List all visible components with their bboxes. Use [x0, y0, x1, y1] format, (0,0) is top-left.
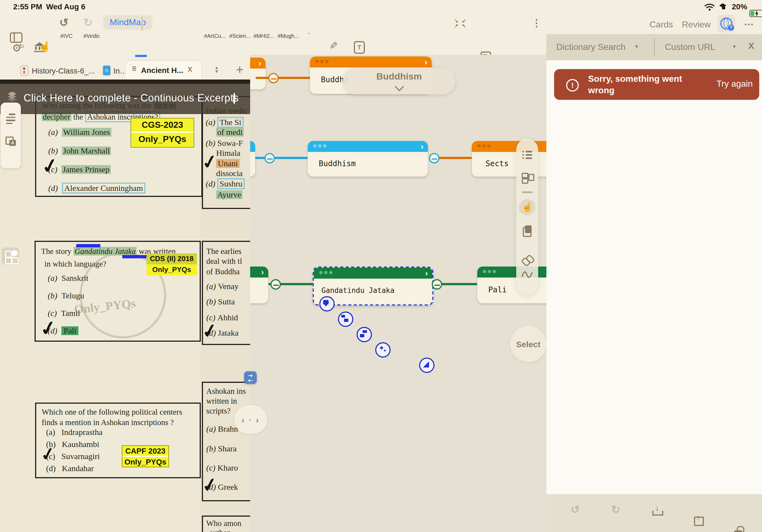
selection-bracket-icon[interactable] — [122, 255, 146, 258]
hand-mode-active-bg[interactable]: ☝ — [519, 199, 535, 215]
resize-handle-button[interactable] — [419, 357, 434, 373]
q1-checkmark: ✓ — [40, 157, 59, 175]
branch-summary-overlay[interactable]: Buddhism — [343, 68, 455, 94]
hand-tool-icon[interactable]: ☝ — [38, 40, 51, 53]
chevron-right-icon[interactable]: › — [425, 267, 428, 279]
unlock-icon[interactable] — [734, 526, 744, 532]
mindmap-canvas[interactable]: › › Buddha Buddhism › Buddhism — [250, 55, 546, 532]
chevron-right-icon[interactable]: › — [421, 141, 423, 152]
status-date: Wed Aug 6 — [46, 2, 85, 11]
selected-tool-underline — [135, 55, 147, 57]
mindmap-node-partial-orange[interactable]: › — [250, 58, 266, 89]
review-button[interactable]: Review — [682, 20, 711, 30]
dictionary-search-dropdown[interactable]: Dictionary Search — [556, 42, 626, 52]
add-tab-icon[interactable]: + — [236, 63, 244, 76]
q1r-row: (a) The Si — [206, 118, 244, 127]
mindmap-mode-button[interactable]: MindMap — [103, 15, 153, 30]
download-icon[interactable]: ↓ — [652, 504, 663, 515]
collapse-connector-icon[interactable] — [268, 73, 279, 83]
q3-line1: Which one of the following political cen… — [42, 407, 194, 417]
excerpt-banner[interactable]: Click Here to complete - Continuous Exce… — [0, 83, 250, 114]
question-box-3[interactable]: Which one of the following political cen… — [35, 403, 201, 478]
ai-sparkle-button[interactable]: ✦ ✦ — [375, 342, 391, 357]
comment-action-button[interactable] — [319, 296, 335, 312]
panel-undo-icon[interactable]: ↺ — [571, 504, 580, 515]
tab-ancient-h-active[interactable]: Ancient H... X — [126, 61, 201, 80]
panel-more-icon[interactable]: … — [744, 17, 754, 28]
collapse-connector-icon[interactable] — [429, 153, 439, 163]
mindmap-node-partial-cyan[interactable] — [250, 141, 255, 177]
collapse-connector-icon[interactable] — [270, 279, 281, 290]
add-sibling-node-button[interactable] — [356, 327, 372, 342]
q3r-row: (a) Brahn — [206, 424, 238, 434]
outline-list-icon[interactable] — [522, 151, 532, 159]
caret-down-icon[interactable]: ▼ — [732, 44, 737, 49]
custom-url-dropdown[interactable]: Custom URL — [665, 42, 715, 52]
quick-grid-icon[interactable] — [2, 247, 19, 265]
card-layout-icon[interactable] — [522, 173, 533, 183]
share-icon[interactable]: ↑ — [693, 515, 703, 526]
pencil-tool-icon[interactable]: ✎ — [329, 39, 338, 52]
node-label: Pali — [488, 285, 507, 294]
chevron-right-icon[interactable]: › — [259, 58, 261, 69]
document-pane[interactable]: Who among the following was the first to… — [0, 80, 250, 532]
scribble-icon[interactable] — [521, 269, 533, 282]
excerpt-banner-text: Click Here to complete - Continuous Exce… — [24, 92, 239, 104]
q2r-row: (a) Venay — [206, 282, 239, 291]
q1-option-a: (a) William Jones — [48, 128, 111, 137]
text-tool-icon[interactable]: T — [354, 41, 365, 54]
auto-sync-gear-icon[interactable]: ⚙↻ — [12, 42, 27, 54]
mindmap-node-partial-green[interactable]: › — [250, 266, 268, 303]
undo-button[interactable]: ↺ — [59, 17, 69, 28]
chevron-right-icon[interactable]: › — [261, 266, 264, 277]
link-icon[interactable] — [522, 255, 533, 266]
node-dots-icon — [477, 144, 491, 148]
tab-label: History-Class-6_... — [32, 66, 95, 75]
copy-icon[interactable] — [525, 225, 532, 233]
cards-button[interactable]: Cards — [649, 20, 673, 30]
q1-option-b: (b) John Marshall — [48, 146, 111, 156]
collapse-connector-icon[interactable] — [265, 153, 275, 163]
tag-vedic[interactable]: #Vedic — [83, 33, 100, 39]
close-panel-icon[interactable]: X — [748, 41, 754, 51]
toolbar-divider — [141, 17, 142, 31]
chevron-down-icon[interactable] — [394, 82, 404, 91]
question-box-3r[interactable]: Ashokan ins written in scripts? (a) Brah… — [202, 382, 251, 501]
add-child-node-button[interactable] — [338, 312, 353, 327]
toc-list-icon[interactable] — [6, 114, 15, 124]
node-header: › — [310, 56, 432, 67]
caret-down-icon[interactable]: ▼ — [634, 44, 639, 49]
tag-apostrophe[interactable]: ' — [308, 32, 309, 38]
pane-resize-handle[interactable]: ‹ · › — [234, 405, 267, 434]
q3-option-a: (a) Indraprastha — [46, 428, 103, 437]
tab-history-class-6[interactable]: History-Class-6_... — [21, 61, 103, 80]
tab-sort-icon[interactable]: ▲ ▼ — [214, 66, 219, 73]
panel-redo-icon[interactable]: ↻ — [611, 504, 621, 515]
question-box-2[interactable]: Only_PYQs The story Gandatindu Jataka wa… — [35, 241, 201, 342]
tag-scien[interactable]: #Scien... — [229, 33, 251, 39]
swap-panes-button[interactable]: ⇢⇠ — [244, 371, 257, 384]
question-box-2r[interactable]: The earlies deal with tl of Buddha (a) V… — [202, 241, 251, 345]
mindmap-node-buddhism[interactable]: › Buddhism — [308, 141, 428, 177]
sidebar-toggle-icon[interactable] — [10, 33, 23, 43]
translate-icon[interactable]: A — [6, 136, 17, 148]
target-icon[interactable] — [233, 93, 235, 104]
redo-button[interactable]: ↻ — [83, 17, 93, 28]
try-again-button[interactable]: Try again — [717, 79, 753, 89]
question-box-4[interactable]: Who amon author — [202, 515, 251, 532]
tab-close-icon[interactable]: X — [188, 65, 192, 73]
chevron-right-icon[interactable]: › — [424, 56, 427, 67]
node-label: Sects — [486, 159, 508, 168]
web-lookup-button[interactable] — [718, 15, 735, 33]
collapse-connector-icon[interactable] — [432, 279, 442, 290]
tag-mugh[interactable]: #Mugh... — [277, 33, 299, 39]
fit-view-icon[interactable]: ↘ ↙ ↗ ↖ — [454, 19, 467, 29]
layers-icon[interactable] — [8, 92, 17, 102]
q2r-row: (b) Sutta — [206, 297, 235, 307]
tag-mhi2[interactable]: #MHI2... — [254, 33, 274, 39]
tag-artcu[interactable]: #ArtCu... — [204, 33, 226, 39]
select-mode-button[interactable]: Select — [510, 326, 546, 362]
more-options-kebab-icon[interactable]: ⋮ — [532, 18, 541, 29]
selection-bracket-icon[interactable] — [76, 244, 100, 247]
tag-ivc[interactable]: #IVC — [60, 33, 72, 39]
